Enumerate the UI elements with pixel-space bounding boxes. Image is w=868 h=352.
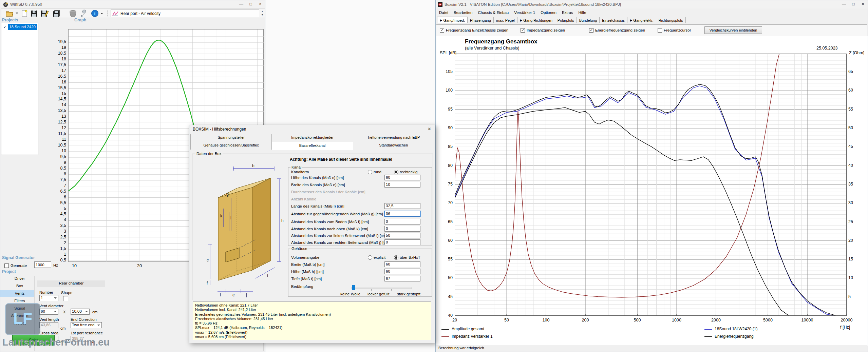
boxsim-window-controls[interactable]: — □ ✕	[839, 0, 868, 8]
tab-f-gang-imped-[interactable]: F-Gang/Imped.	[437, 17, 468, 23]
open-folder-icon[interactable]	[5, 10, 14, 17]
generate-checkbox[interactable]	[4, 263, 9, 268]
close-icon[interactable]: ✕	[858, 0, 868, 8]
tab-einzelchassis[interactable]: Einzelchassis	[599, 17, 627, 23]
combo-scroll-icon[interactable]: ▲▼	[260, 10, 264, 17]
vent-count-combo[interactable]: 60	[39, 309, 58, 315]
spl-tick-label: 50	[439, 275, 453, 280]
dialog-tab-spannungsteiler[interactable]: Spannungsteiler	[190, 134, 272, 142]
checkbox-2[interactable]: ✓	[589, 28, 593, 33]
slider-track[interactable]	[352, 287, 412, 289]
dialog-tab-standardweichen[interactable]: Standardweichen	[353, 142, 434, 150]
winisd-window-controls[interactable]: — □ ×	[237, 0, 265, 8]
tab-richtungsplots[interactable]: Richtungsplots	[656, 17, 686, 23]
gehaeuse-field-input-1[interactable]: 60	[384, 269, 420, 274]
z-tick-label: 55	[848, 107, 861, 112]
volumen-bxhxt-radio[interactable]	[394, 255, 398, 260]
spl-tick-label: 45	[439, 294, 453, 299]
freq-tick-label: 1000	[666, 318, 687, 322]
projects-listbox[interactable]: ✓ 18 Sound 2420	[1, 23, 38, 155]
menu-chassis-einbau[interactable]: Chassis & Einbau	[475, 10, 511, 15]
tab-polarplots[interactable]: Polarplots	[555, 17, 577, 23]
checkbox-0[interactable]: ✓	[440, 28, 444, 33]
checkbox-1[interactable]: ✓	[521, 28, 525, 33]
project-checkbox[interactable]: ✓	[3, 25, 7, 29]
gehaeuse-field-input-0[interactable]: 60	[384, 261, 420, 267]
bedaempfung-slider[interactable]	[352, 286, 411, 289]
graph-select-combo[interactable]: Rear port - Air velocity	[111, 9, 259, 17]
diameter-combo[interactable]: 10,00	[71, 309, 90, 315]
menu-extras[interactable]: Extras	[559, 10, 576, 15]
legend-label: 18Sound 18LW2420 (1)	[715, 327, 758, 331]
dialog-close-icon[interactable]: ✕	[428, 126, 431, 132]
info-dropdown-icon[interactable]	[100, 13, 103, 16]
kanalform-label: Kanalform	[291, 170, 309, 174]
tab-b-ndelung[interactable]: Bündelung	[577, 17, 600, 23]
field-input-8[interactable]: 50	[384, 233, 420, 238]
dialog-tab-impedanzkorrekturglieder[interactable]: Impedanzkorrekturglieder	[271, 134, 353, 142]
field-input-5[interactable]: 36	[384, 211, 420, 217]
field-input-0[interactable]: 60	[384, 175, 420, 180]
menu-hilfe[interactable]: Hilfe	[576, 10, 589, 15]
checkbox-3[interactable]	[658, 28, 662, 33]
close-icon[interactable]: ×	[256, 0, 265, 8]
generate-label: Generate	[11, 263, 27, 268]
maximize-icon[interactable]: □	[849, 0, 858, 8]
freq-tick-label: 20000	[836, 318, 857, 322]
shape-checkbox[interactable]	[63, 296, 68, 301]
y-tick-label: 1,5	[54, 246, 66, 251]
menu-verst-rker-1[interactable]: Verstärker 1	[511, 10, 538, 15]
dialog-tab-geh-use-geschlossen-bassreflex[interactable]: Gehäuse geschlossen/Bassreflex	[190, 142, 272, 150]
field-input-9[interactable]: 0	[384, 239, 420, 245]
y-tick-label: 17,5	[54, 62, 66, 67]
compare-curves-button[interactable]: Vergleichskurven einblenden	[704, 26, 762, 34]
field-input-4[interactable]: 32,5	[384, 203, 420, 209]
number-combo[interactable]: 1	[39, 295, 58, 301]
gehaeuse-field-input-2[interactable]: 67	[384, 276, 420, 281]
kanalform-rechteckig-radio[interactable]	[394, 170, 398, 174]
legend-swatch	[704, 336, 712, 337]
dialog-tab-tieft-nerverwendung-nach-ebp[interactable]: Tieftönerverwendung nach EBP	[353, 134, 434, 142]
info-icon[interactable]: i	[91, 9, 99, 17]
dialog-tab-bassreflexkanal[interactable]: Bassreflexkanal	[271, 142, 353, 150]
winisd-app-icon	[3, 2, 8, 7]
number-label: Number	[39, 290, 53, 294]
field-input-1[interactable]: 10	[384, 182, 420, 188]
slider-thumb[interactable]	[352, 285, 355, 290]
maximize-icon[interactable]: □	[246, 0, 256, 8]
minimize-icon[interactable]: —	[839, 0, 849, 8]
end-correction-combo[interactable]: Two free end	[71, 322, 102, 328]
field-input-6[interactable]: 0	[384, 219, 420, 224]
tab-f-gang-elektr-[interactable]: F-Gang elektr.	[627, 17, 656, 23]
y-tick-label: 9,5	[54, 154, 66, 159]
tab-f-gang-richtungen[interactable]: F-Gang Richtungen	[517, 17, 555, 23]
frequency-input[interactable]	[34, 261, 51, 268]
z-tick-label: 35	[848, 182, 861, 187]
project-item[interactable]: 18 Sound 2420	[8, 24, 37, 30]
save-icon[interactable]	[31, 10, 38, 17]
kanalform-rund-radio[interactable]	[368, 170, 372, 174]
tab-phasengang[interactable]: Phasengang	[467, 17, 494, 23]
new-project-icon[interactable]	[21, 10, 28, 17]
chart-date: 25.05.2023	[816, 46, 838, 51]
tools-wrench-icon[interactable]	[80, 9, 88, 18]
menu-optionen[interactable]: Optionen	[538, 10, 559, 15]
save-edit-icon[interactable]	[41, 10, 49, 17]
sidebar-item-vents[interactable]: Vents	[0, 290, 39, 297]
field-input-7[interactable]: 0	[384, 226, 420, 232]
menu-datei[interactable]: Datei	[436, 10, 451, 15]
spl-tick-label: 80	[439, 163, 453, 168]
sidebar-item-box[interactable]: Box	[0, 282, 39, 290]
menu-bearbeiten[interactable]: Bearbeiten	[451, 10, 475, 15]
tab-max-pegel[interactable]: max. Pegel	[493, 17, 517, 23]
save-all-icon[interactable]	[53, 10, 61, 17]
boxsim-window: Boxsim V2.1 - VISATON-Edition [C:\Users\…	[435, 0, 868, 352]
delete-icon[interactable]	[69, 9, 77, 18]
bedaempfung-label: Bedämpfung	[291, 285, 313, 289]
sidebar-item-driver[interactable]: Driver	[0, 275, 39, 282]
open-dropdown-icon[interactable]	[16, 13, 18, 15]
volumen-explizit-radio[interactable]	[368, 255, 372, 260]
y-left-axis-title: SPL [dB]	[440, 51, 456, 55]
minimize-icon[interactable]: —	[237, 0, 246, 8]
volumen-bxhxt-label: über BxHxT	[400, 255, 420, 259]
